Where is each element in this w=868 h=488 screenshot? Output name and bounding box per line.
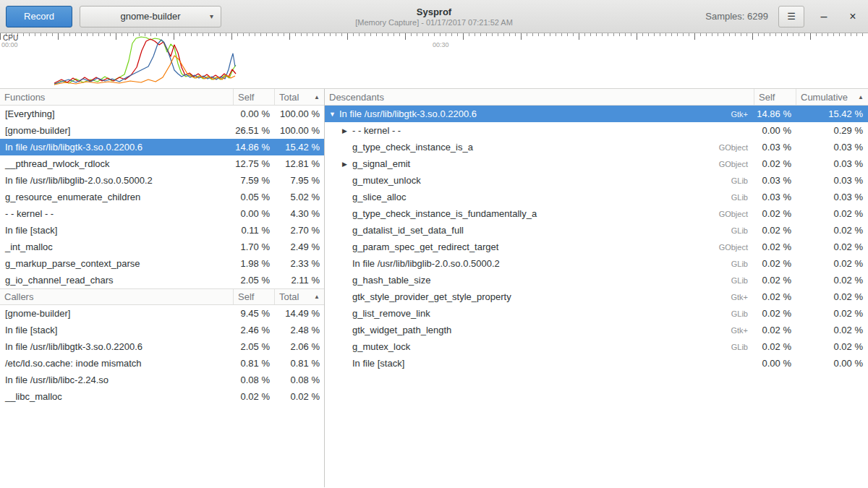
left-pane: Functions Self Total ▲ [Everything]0.00 … <box>0 89 325 487</box>
descendant-name-cell: g_param_spec_get_redirect_targetGObject <box>325 241 754 252</box>
descendant-name-cell: g_mutex_unlockGLib <box>325 175 754 186</box>
self-percent: 0.02 % <box>754 308 796 319</box>
expander-open-icon[interactable]: ▼ <box>329 111 339 118</box>
record-button[interactable]: Record <box>6 6 72 27</box>
table-row[interactable]: [Everything]0.00 %100.00 % <box>0 106 324 122</box>
cumulative-percent: 0.02 % <box>796 208 868 219</box>
close-button[interactable]: × <box>843 7 862 26</box>
cumulative-percent: 0.02 % <box>796 291 868 302</box>
table-row[interactable]: g_datalist_id_set_data_fullGLib0.02 %0.0… <box>325 222 868 239</box>
total-percent: 7.95 % <box>274 175 324 186</box>
table-row[interactable]: g_markup_parse_context_parse1.98 %2.33 % <box>0 255 324 272</box>
time-tick-start: 00:00 <box>1 41 18 48</box>
table-row[interactable]: /etc/ld.so.cache: inode mismatch0.81 %0.… <box>0 355 324 372</box>
table-row[interactable]: __pthread_rwlock_rdlock12.75 %12.81 % <box>0 155 324 172</box>
function-name: g_hash_table_size <box>352 275 430 286</box>
table-row[interactable]: g_mutex_lockGLib0.02 %0.02 % <box>325 338 868 355</box>
table-row[interactable]: In file [stack]0.00 %0.00 % <box>325 355 868 372</box>
window-subtitle: [Memory Capture] - 01/17/2017 07:21:52 A… <box>355 18 513 27</box>
descendant-name-cell: ▼In file /usr/lib/libgtk-3.so.0.2200.6Gt… <box>325 108 754 119</box>
self-percent: 0.00 % <box>233 208 274 219</box>
cumulative-percent: 0.29 % <box>796 125 868 136</box>
function-name: In file /usr/lib/libgtk-3.so.0.2200.6 <box>339 108 477 119</box>
table-row[interactable]: g_io_channel_read_chars2.05 %2.11 % <box>0 272 324 288</box>
table-row[interactable]: g_list_remove_linkGLib0.02 %0.02 % <box>325 305 868 322</box>
self-percent: 14.86 % <box>754 108 796 119</box>
table-row[interactable]: In file /usr/lib/libgtk-3.so.0.2200.62.0… <box>0 338 324 355</box>
table-row[interactable]: g_resource_enumerate_children0.05 %5.02 … <box>0 189 324 205</box>
column-header-self[interactable]: Self <box>233 289 274 304</box>
expander-closed-icon[interactable]: ▶ <box>342 160 352 168</box>
column-header-total[interactable]: Total ▲ <box>274 89 324 105</box>
table-row[interactable]: g_hash_table_sizeGLib0.02 %0.02 % <box>325 272 868 288</box>
table-row[interactable]: g_param_spec_get_redirect_targetGObject0… <box>325 239 868 255</box>
total-percent: 0.02 % <box>274 391 324 402</box>
cumulative-percent: 15.42 % <box>796 108 868 119</box>
library-badge: GLib <box>731 260 754 268</box>
column-header-total[interactable]: Total ▲ <box>274 289 324 304</box>
table-row[interactable]: g_type_check_instance_is_aGObject0.03 %0… <box>325 139 868 155</box>
sort-arrow-icon: ▲ <box>852 94 864 100</box>
total-percent: 2.49 % <box>274 241 324 252</box>
total-percent: 2.70 % <box>274 225 324 236</box>
table-row[interactable]: __libc_malloc0.02 %0.02 % <box>0 388 324 405</box>
descendant-name-cell: In file [stack] <box>325 358 754 369</box>
table-row[interactable]: In file [stack]2.46 %2.48 % <box>0 322 324 338</box>
self-percent: 0.02 % <box>754 275 796 286</box>
table-row[interactable]: In file /usr/lib/libglib-2.0.so.0.5000.2… <box>0 172 324 189</box>
total-percent: 15.42 % <box>274 142 324 153</box>
self-percent: 0.03 % <box>754 142 796 153</box>
descendant-name-cell: g_mutex_lockGLib <box>325 341 754 352</box>
cumulative-percent: 0.02 % <box>796 341 868 352</box>
table-row[interactable]: [gnome-builder]9.45 %14.49 % <box>0 305 324 322</box>
library-badge: GObject <box>719 210 754 218</box>
table-row[interactable]: ▼In file /usr/lib/libgtk-3.so.0.2200.6Gt… <box>325 106 868 122</box>
function-name: In file /usr/lib/libglib-2.0.so.0.5000.2 <box>352 258 500 269</box>
total-percent: 2.11 % <box>274 275 324 286</box>
function-name: __pthread_rwlock_rdlock <box>0 158 233 169</box>
table-row[interactable]: In file /usr/lib/libgtk-3.so.0.2200.614.… <box>0 139 324 155</box>
menu-button[interactable]: ☰ <box>778 6 804 27</box>
self-percent: 14.86 % <box>233 142 274 153</box>
table-row[interactable]: g_mutex_unlockGLib0.03 %0.03 % <box>325 172 868 189</box>
function-name: g_param_spec_get_redirect_target <box>352 241 498 252</box>
table-row[interactable]: In file /usr/lib/libc-2.24.so0.08 %0.08 … <box>0 372 324 388</box>
table-row[interactable]: g_type_check_instance_is_fundamentally_a… <box>325 205 868 222</box>
cumulative-percent: 0.03 % <box>796 158 868 169</box>
process-selector-label: gnome-builder <box>120 11 180 22</box>
column-header-callers[interactable]: Callers <box>0 289 233 304</box>
self-percent: 12.75 % <box>233 158 274 169</box>
descendant-name-cell: g_type_check_instance_is_aGObject <box>325 142 754 153</box>
column-header-self[interactable]: Self <box>754 89 796 105</box>
descendant-name-cell: g_list_remove_linkGLib <box>325 308 754 319</box>
table-row[interactable]: ▶- - kernel - -0.00 %0.29 % <box>325 122 868 139</box>
column-header-cumulative[interactable]: Cumulative ▲ <box>796 89 868 105</box>
table-row[interactable]: gtk_style_provider_get_style_propertyGtk… <box>325 288 868 305</box>
function-name: g_datalist_id_set_data_full <box>352 225 464 236</box>
cumulative-percent: 0.03 % <box>796 175 868 186</box>
minimize-button[interactable]: – <box>814 7 833 26</box>
self-percent: 0.81 % <box>233 358 274 369</box>
expander-closed-icon[interactable]: ▶ <box>342 127 352 134</box>
descendants-table-body: ▼In file /usr/lib/libgtk-3.so.0.2200.6Gt… <box>325 106 868 372</box>
table-row[interactable]: In file [stack]0.11 %2.70 % <box>0 222 324 239</box>
table-row[interactable]: ▶g_signal_emitGObject0.02 %0.03 % <box>325 155 868 172</box>
function-name: [Everything] <box>0 108 233 119</box>
function-name: g_resource_enumerate_children <box>0 192 233 202</box>
process-selector-dropdown[interactable]: gnome-builder ▾ <box>80 6 221 27</box>
self-percent: 2.05 % <box>233 275 274 286</box>
column-header-self[interactable]: Self <box>233 89 274 105</box>
sort-arrow-icon: ▲ <box>308 294 320 300</box>
table-row[interactable]: In file /usr/lib/libglib-2.0.so.0.5000.2… <box>325 255 868 272</box>
self-percent: 0.02 % <box>754 341 796 352</box>
table-row[interactable]: _int_malloc1.70 %2.49 % <box>0 239 324 255</box>
cpu-graph[interactable]: CPU 00:00 00:30 <box>0 33 868 89</box>
function-name: g_markup_parse_context_parse <box>0 258 233 269</box>
table-row[interactable]: - - kernel - -0.00 %4.30 % <box>0 205 324 222</box>
cumulative-percent: 0.02 % <box>796 241 868 252</box>
column-header-functions[interactable]: Functions <box>0 89 233 105</box>
column-header-descendants[interactable]: Descendants <box>325 89 754 105</box>
table-row[interactable]: [gnome-builder]26.51 %100.00 % <box>0 122 324 139</box>
table-row[interactable]: g_slice_allocGLib0.03 %0.03 % <box>325 189 868 205</box>
table-row[interactable]: gtk_widget_path_lengthGtk+0.02 %0.02 % <box>325 322 868 338</box>
